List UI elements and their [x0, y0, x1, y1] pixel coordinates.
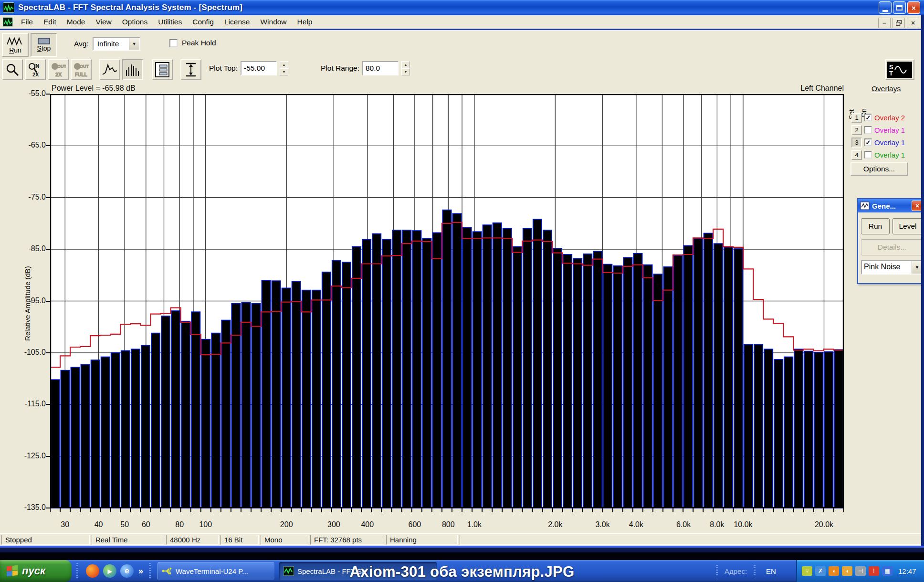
plug-icon[interactable]: ⊣ [855, 566, 866, 576]
generator-title-bar[interactable]: Gene... × [858, 199, 924, 212]
status-cell: FFT: 32768 pts [310, 535, 384, 545]
menu-bar: FileEditModeViewOptionsUtilitiesConfigLi… [0, 15, 924, 30]
plot-range-input[interactable] [362, 61, 399, 75]
mdi-restore-button[interactable] [892, 18, 905, 28]
internet-explorer-icon[interactable]: e [120, 564, 134, 578]
spectrum-bar [694, 238, 703, 508]
document-icon [3, 17, 13, 27]
signal-generator-button[interactable]: ST [885, 59, 914, 80]
menu-item-window[interactable]: Window [255, 16, 292, 28]
toolbar-grip[interactable] [716, 565, 718, 577]
overlay-row-4: 4Overlay 1 [851, 149, 905, 160]
menu-item-options[interactable]: Options [117, 16, 153, 28]
display-options-button[interactable] [152, 59, 173, 80]
mdi-minimize-button[interactable]: – [878, 18, 891, 28]
overlay-set-button-4[interactable]: 4 [851, 150, 862, 160]
start-button[interactable]: пуск [0, 560, 72, 582]
spectrum-bar [131, 349, 140, 508]
overlay-set-button-3[interactable]: 3 [851, 138, 862, 148]
y-tick-label: -65.0 [12, 141, 46, 149]
run-button[interactable]: Run [2, 33, 29, 57]
alert-icon[interactable]: ! [869, 566, 879, 576]
x-tick-label: 6.0k [676, 520, 691, 529]
card-reader-icon[interactable]: ▦ [882, 566, 892, 576]
toolbar-grip[interactable] [754, 565, 756, 577]
line-plot-icon [102, 63, 118, 76]
menu-item-config[interactable]: Config [187, 16, 219, 28]
menu-item-utilities[interactable]: Utilities [153, 16, 187, 28]
overlay-on-checkbox-4[interactable] [864, 151, 872, 159]
zoom-out-full-button[interactable]: OUTFULL [71, 59, 92, 80]
spectrum-bar [623, 257, 632, 508]
minimize-button[interactable] [879, 1, 892, 14]
spectrum-bar [442, 210, 451, 508]
signal-generator-icon: ST [887, 62, 912, 78]
menu-item-mode[interactable]: Mode [62, 16, 91, 28]
spectrum-bar [744, 345, 753, 508]
y-tick-mark [46, 508, 50, 508]
overlay-on-checkbox-3[interactable]: ✓ [864, 138, 872, 146]
overlay-row-3: 3✓Overlay 1 [851, 137, 905, 148]
flame-icon[interactable] [86, 564, 99, 578]
line-plot-button[interactable] [99, 59, 120, 80]
volume-icon[interactable]: ◖ [829, 566, 839, 576]
close-button[interactable]: × [907, 1, 920, 14]
x-tick-label: 800 [442, 520, 455, 529]
mdi-close-button[interactable]: × [907, 18, 919, 28]
spectrum-bar [432, 233, 441, 508]
bar-plot-button[interactable] [122, 59, 143, 80]
plot-scale-button[interactable] [180, 59, 201, 80]
taskbar-task-waveterminal[interactable]: WaveTerminal-U24 P... [158, 562, 274, 580]
maximize-button[interactable] [893, 1, 906, 14]
overlay-on-checkbox-2[interactable] [864, 126, 872, 134]
avg-select[interactable]: Infinite ▼ [93, 37, 140, 51]
menu-item-file[interactable]: File [16, 16, 38, 28]
stop-button[interactable]: Stop [31, 33, 57, 57]
generator-signal-select[interactable]: Pink Noise ▼ [861, 260, 923, 275]
chevron-down-icon[interactable]: ▼ [129, 38, 139, 50]
peak-hold-checkbox[interactable] [169, 39, 178, 47]
overlay-label-3: Overlay 1 [874, 138, 905, 147]
menu-item-license[interactable]: License [219, 16, 255, 28]
overlay-on-checkbox-1[interactable]: ✓ [864, 114, 872, 121]
plot-top-input[interactable] [241, 61, 277, 75]
zoom-button[interactable] [2, 59, 23, 80]
status-cell-empty [460, 535, 923, 545]
overlay-set-button-2[interactable]: 2 [851, 125, 862, 135]
generator-details-button[interactable]: Details... [861, 239, 923, 255]
x-tick-label: 100 [199, 520, 212, 529]
usb-device-icon[interactable]: ⑂ [802, 566, 812, 576]
spectrum-bar [231, 304, 240, 508]
overlay-set-button-1[interactable]: 1 [851, 113, 862, 123]
zoom-in-2x-button[interactable]: IN2X [25, 59, 46, 80]
quick-launch-more-chevron[interactable]: » [136, 564, 145, 578]
spectrum-bar [402, 230, 411, 508]
spectrum-bar [452, 213, 461, 508]
plot-top-spinner[interactable]: ▲▼ [280, 61, 288, 75]
generator-level-button[interactable]: Level [892, 218, 923, 234]
spectrum-bar [462, 228, 471, 508]
overlays-options-button[interactable]: Options... [850, 162, 908, 176]
chevron-down-icon[interactable]: ▼ [912, 261, 922, 274]
menu-item-view[interactable]: View [90, 16, 116, 28]
address-toolbar-label: Адрес: [724, 567, 747, 575]
system-tray: ⑂✗◖◖⊣!▦ 12:47 [796, 560, 924, 582]
speaker-icon[interactable]: ◖ [842, 566, 852, 576]
media-player-icon[interactable]: ▸ [103, 564, 116, 578]
svg-text:2X: 2X [55, 72, 62, 77]
spectrum-bar [734, 249, 743, 508]
menu-item-edit[interactable]: Edit [38, 16, 62, 28]
zoom-out-2x-button[interactable]: OUT2X [48, 59, 69, 80]
generator-run-button[interactable]: Run [861, 218, 890, 234]
network-error-icon[interactable]: ✗ [815, 566, 826, 576]
plot-range-spinner[interactable]: ▲▼ [401, 61, 410, 75]
spectrum-plot[interactable] [50, 94, 844, 514]
language-indicator[interactable]: EN [762, 566, 780, 577]
menu-item-help[interactable]: Help [292, 16, 318, 28]
spectrum-bar [201, 339, 210, 508]
x-tick-label: 600 [409, 520, 421, 529]
spectrum-bar [372, 234, 381, 508]
sine-wave-icon [6, 36, 24, 46]
spectrum-bar [111, 353, 120, 508]
overlay-row-2: 2Overlay 1 [851, 124, 905, 136]
